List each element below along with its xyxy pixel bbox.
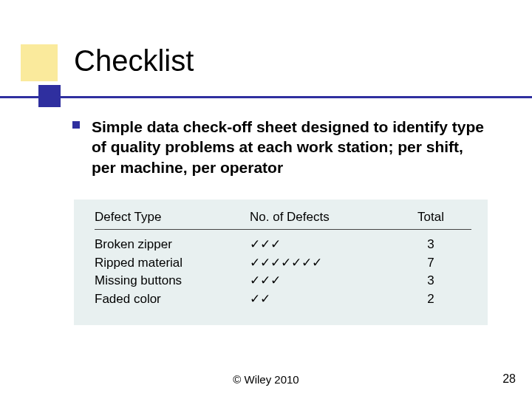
table-row: Faded color ✓✓ 2 [95,290,471,309]
cell-total: 7 [398,254,464,273]
title-underline [0,96,532,98]
square-bullet-icon [72,121,80,129]
cell-total: 3 [398,236,464,254]
cell-type: Faded color [95,290,250,309]
page-title: Checklist [74,44,194,78]
cell-tally: ✓✓✓ [250,272,398,290]
table-header-row: Defect Type No. of Defects Total [95,210,471,230]
col-header-type: Defect Type [95,210,250,225]
slide: Checklist Simple data check-off sheet de… [0,0,532,399]
accent-square-icon [21,44,58,81]
checklist-table: Defect Type No. of Defects Total Broken … [74,200,488,325]
col-header-tally: No. of Defects [250,210,398,225]
small-square-icon [38,85,61,107]
bullet-text: Simple data check-off sheet designed to … [92,117,486,177]
cell-tally: ✓✓✓✓✓✓✓ [250,254,398,273]
cell-type: Ripped material [95,254,250,273]
col-header-total: Total [398,210,464,225]
cell-total: 2 [398,290,464,309]
cell-tally: ✓✓ [250,290,398,309]
page-number: 28 [502,372,516,386]
bullet-item: Simple data check-off sheet designed to … [72,117,486,177]
cell-tally: ✓✓✓ [250,236,398,254]
table-row: Missing buttons ✓✓✓ 3 [95,272,471,290]
table-row: Broken zipper ✓✓✓ 3 [95,236,471,254]
footer-copyright: © Wiley 2010 [0,373,532,386]
table-row: Ripped material ✓✓✓✓✓✓✓ 7 [95,254,471,273]
cell-type: Broken zipper [95,236,250,254]
cell-total: 3 [398,272,464,290]
cell-type: Missing buttons [95,272,250,290]
